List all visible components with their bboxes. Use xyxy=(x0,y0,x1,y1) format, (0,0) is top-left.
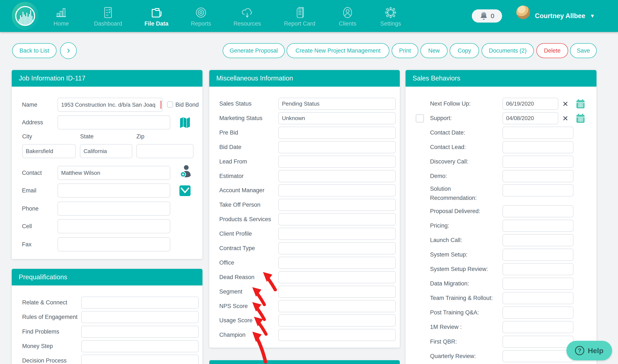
city-label: City xyxy=(22,132,32,141)
post-training-qa-label: Post Training Q&A: xyxy=(430,307,479,319)
cell-input[interactable] xyxy=(57,219,170,233)
money-step-input[interactable] xyxy=(81,340,199,352)
create-new-project-management-button[interactable]: Create New Project Management xyxy=(287,43,389,58)
address-input[interactable] xyxy=(57,115,170,130)
nav-item-resources[interactable]: Resources xyxy=(223,5,272,27)
demo-input[interactable] xyxy=(503,170,574,182)
take-off-person-input[interactable] xyxy=(278,199,396,211)
nav-label: Clients xyxy=(323,20,372,27)
city-input[interactable]: Bakersfield xyxy=(22,144,76,158)
pricing-input[interactable] xyxy=(503,220,574,232)
clear-date-icon[interactable]: ✕ xyxy=(561,112,570,124)
office-input[interactable] xyxy=(278,257,396,269)
champion-input[interactable] xyxy=(278,329,396,341)
calendar-icon[interactable] xyxy=(576,99,585,109)
rules-of-engagement-input[interactable] xyxy=(81,311,199,323)
calendar-icon[interactable] xyxy=(576,114,585,123)
first-qbr-input[interactable] xyxy=(503,336,574,348)
contact-value: Matthew Wilson xyxy=(61,170,100,176)
find-problems-input[interactable] xyxy=(81,326,199,338)
user-menu-caret-icon[interactable]: ▼ xyxy=(590,0,595,32)
save-button[interactable]: Save xyxy=(570,43,597,58)
bid-date-input[interactable] xyxy=(278,141,396,153)
nav-item-clients[interactable]: Clients xyxy=(323,5,372,27)
one-month-review-input[interactable] xyxy=(503,321,574,333)
panel-title: Job Information ID-117 xyxy=(12,70,203,87)
bid-bond-checkbox[interactable] xyxy=(167,102,173,107)
email-input[interactable] xyxy=(57,183,170,197)
back-to-list-button[interactable]: Back to List xyxy=(12,43,56,58)
marketing-status-input[interactable]: Unknown xyxy=(278,112,396,124)
job-information-panel: Job Information ID-117 Name 1953 Constru… xyxy=(12,70,203,259)
quarterly-review-input[interactable] xyxy=(503,350,574,362)
pre-bid-input[interactable] xyxy=(278,127,396,139)
proposal-delivered-input[interactable] xyxy=(503,205,574,217)
data-migration-input[interactable] xyxy=(503,278,574,290)
nav-item-settings[interactable]: Settings xyxy=(366,5,415,27)
team-training-rollout-input[interactable] xyxy=(503,292,574,304)
user-avatar[interactable] xyxy=(516,6,530,19)
nps-score-input[interactable] xyxy=(278,300,396,312)
zip-input[interactable] xyxy=(136,144,193,158)
discovery-call-input[interactable] xyxy=(503,156,574,168)
notifications-button[interactable]: 0 xyxy=(472,9,502,23)
clear-date-icon[interactable]: ✕ xyxy=(561,98,570,110)
nav-item-dashboard[interactable]: Dashboard xyxy=(83,5,133,27)
proposal-delivered-label: Proposal Delivered: xyxy=(430,205,480,217)
lead-from-input[interactable] xyxy=(278,156,396,168)
delete-button[interactable]: Delete xyxy=(536,43,568,58)
contact-lead-input[interactable] xyxy=(503,141,574,153)
post-training-qa-input[interactable] xyxy=(503,307,574,319)
next-record-button[interactable]: › xyxy=(60,42,77,59)
new-button[interactable]: New xyxy=(420,43,448,58)
nav-label: Home xyxy=(37,20,86,27)
generate-proposal-button[interactable]: Generate Proposal xyxy=(223,43,285,58)
contact-input[interactable]: Matthew Wilson xyxy=(57,166,170,180)
fax-input[interactable] xyxy=(57,237,170,251)
pre-bid-label: Pre Bid xyxy=(219,127,238,139)
phone-input[interactable] xyxy=(57,202,170,216)
relate-connect-label: Relate & Connect xyxy=(22,297,67,309)
nav-item-reports[interactable]: Reports xyxy=(177,5,225,27)
next-follow-up-input[interactable]: 06/19/2020 xyxy=(503,98,558,110)
app-logo-icon[interactable] xyxy=(11,2,39,30)
email-icon[interactable] xyxy=(179,185,191,196)
contract-type-input[interactable] xyxy=(278,242,396,254)
cell-label: Cell xyxy=(22,219,32,233)
support-input[interactable]: 04/08/2020 xyxy=(503,112,558,124)
support-checkbox[interactable] xyxy=(416,114,424,122)
nav-item-home[interactable]: Home xyxy=(37,5,86,27)
state-value: California xyxy=(83,148,107,155)
account-manager-input[interactable] xyxy=(278,184,396,196)
client-profile-input[interactable] xyxy=(278,228,396,240)
sales-status-input[interactable]: Pending Status xyxy=(278,98,396,110)
usage-score-input[interactable] xyxy=(278,314,396,326)
system-setup-review-input[interactable] xyxy=(503,263,574,275)
solution-recommendation-input[interactable] xyxy=(503,184,574,196)
relate-connect-input[interactable] xyxy=(81,297,199,309)
add-contact-icon[interactable] xyxy=(180,165,192,179)
documents-button[interactable]: Documents (2) xyxy=(482,43,534,58)
dead-reason-input[interactable] xyxy=(278,271,396,283)
nav-item-file-data[interactable]: File Data xyxy=(132,5,181,27)
decision-process-input[interactable] xyxy=(81,355,199,364)
usage-score-label: Usage Score xyxy=(219,314,252,326)
nav-item-report-card[interactable]: Report Card xyxy=(275,5,324,27)
dead-reason-label: Dead Reason xyxy=(219,271,254,283)
user-name[interactable]: Courtney Allbee xyxy=(535,0,585,32)
name-input[interactable]: 1953 Construction Inc. d/b/a San Joaq xyxy=(57,98,163,112)
contact-date-input[interactable] xyxy=(503,127,574,139)
segment-input[interactable] xyxy=(278,286,396,298)
copy-button[interactable]: Copy xyxy=(450,43,479,58)
help-button[interactable]: ? Help xyxy=(566,341,612,360)
panel-title: Miscellaneous Information xyxy=(209,70,400,87)
map-icon[interactable] xyxy=(179,117,191,129)
estimator-input[interactable] xyxy=(278,170,396,182)
products-services-input[interactable] xyxy=(278,213,396,225)
state-input[interactable]: California xyxy=(80,144,132,158)
system-setup-input[interactable] xyxy=(503,249,574,261)
home-bars-icon xyxy=(54,5,68,20)
print-button[interactable]: Print xyxy=(392,43,418,58)
estimator-label: Estimator xyxy=(219,170,244,182)
launch-call-input[interactable] xyxy=(503,234,574,246)
